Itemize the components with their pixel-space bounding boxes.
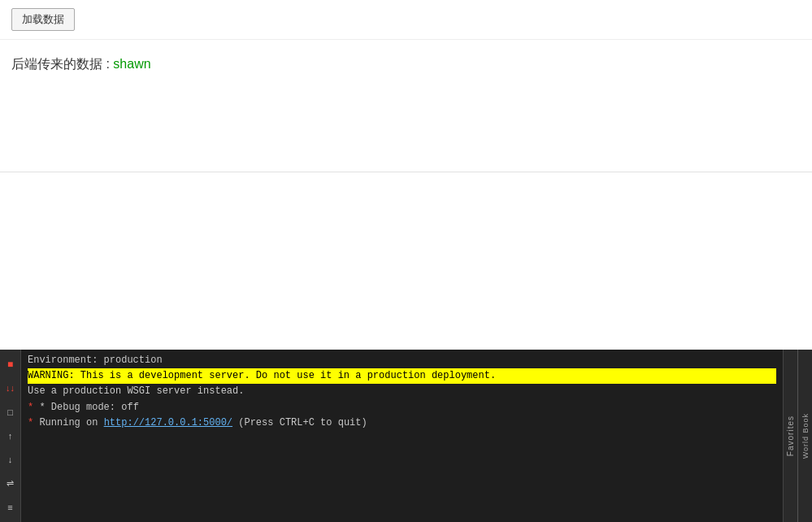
favorites-sidebar: Favorites (783, 350, 797, 522)
term-line-running: * Running on http://127.0.0.1:5000/ (Pre… (28, 415, 776, 431)
terminal-panel: ■ ↓↓ □ ↑ ↓ ⇌ ≡ Environment: production W… (0, 350, 812, 522)
worldbook-sidebar: World Book (797, 350, 812, 522)
load-data-button-main[interactable]: 加载数据 (11, 8, 75, 31)
backend-data-label: 后端传来的数据 : (11, 57, 113, 71)
terminal-lines-icon[interactable]: ≡ (2, 500, 19, 515)
term-line-debug: * * Debug mode: off (28, 400, 776, 415)
worldbook-label: World Book (801, 413, 810, 459)
terminal-wrap-icon[interactable]: ⇌ (2, 476, 19, 491)
favorites-label: Favorites (786, 415, 795, 456)
terminal-down-icon[interactable]: ↓ (2, 452, 19, 468)
backend-data-value: shawn (113, 57, 150, 71)
terminal-sidebar: ■ ↓↓ □ ↑ ↓ ⇌ ≡ (0, 350, 21, 522)
terminal-main: Environment: production WARNING: This is… (21, 350, 783, 522)
terminal-window-icon[interactable]: □ (2, 404, 19, 420)
term-line-wsgi: Use a production WSGI server instead. (28, 384, 776, 399)
terminal-stop-icon[interactable]: ■ (2, 356, 19, 372)
term-line-warning: WARNING: This is a development server. D… (28, 368, 776, 384)
term-line-environment: Environment: production (28, 353, 776, 368)
terminal-down-double-icon[interactable]: ↓↓ (2, 380, 19, 395)
terminal-up-icon[interactable]: ↑ (2, 428, 19, 443)
terminal-content: Environment: production WARNING: This is… (21, 350, 783, 522)
browser-content-area: 加载数据 后端传来的数据 : shawn (0, 0, 812, 172)
server-url-link[interactable]: http://127.0.0.1:5000/ (104, 417, 232, 428)
